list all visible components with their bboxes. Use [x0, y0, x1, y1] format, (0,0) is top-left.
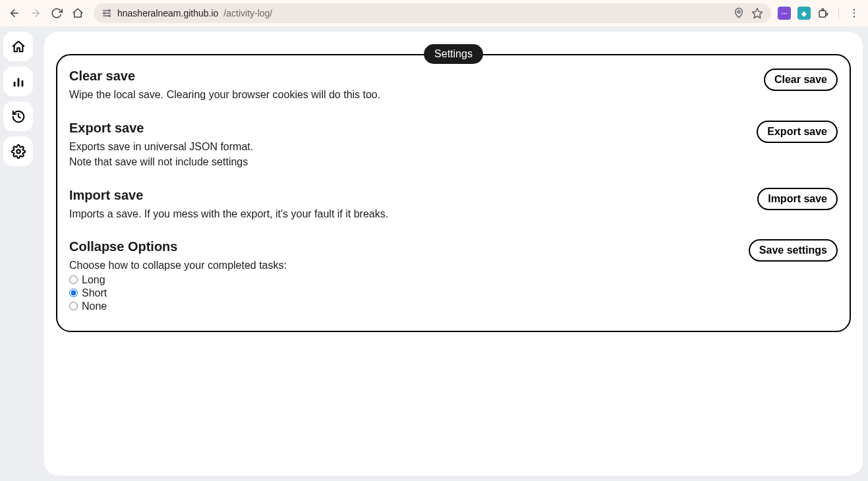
reload-icon: [51, 7, 63, 19]
clear-save-button[interactable]: Clear save: [764, 69, 838, 91]
arrow-left-icon: [9, 7, 20, 19]
collapse-radio-short[interactable]: [69, 289, 78, 297]
svg-point-5: [109, 10, 111, 12]
reload-button[interactable]: [47, 4, 66, 22]
url-path: /activity-log/: [223, 8, 272, 18]
import-save-title: Import save: [69, 188, 747, 203]
collapse-label-short: Short: [82, 287, 107, 299]
svg-rect-10: [819, 11, 826, 17]
home-icon: [72, 7, 84, 19]
collapse-option-long[interactable]: Long: [69, 274, 738, 286]
export-save-title: Export save: [69, 121, 746, 136]
svg-rect-16: [21, 80, 23, 86]
row-import-save: Import save Imports a save. If you mess …: [69, 188, 838, 223]
gear-icon: [11, 144, 26, 159]
collapse-radio-none[interactable]: [69, 302, 78, 310]
url-host: hnasheralneam.github.io: [117, 8, 218, 18]
clear-save-title: Clear save: [69, 69, 753, 84]
svg-marker-9: [753, 9, 763, 18]
arrow-right-icon: [30, 7, 42, 19]
save-settings-button[interactable]: Save settings: [749, 239, 838, 262]
export-save-button[interactable]: Export save: [757, 121, 838, 143]
browser-toolbar: hnasheralneam.github.io/activity-log/ ⋯ …: [0, 0, 868, 26]
side-rail: [3, 32, 33, 166]
svg-point-6: [103, 13, 105, 14]
svg-rect-14: [13, 82, 15, 86]
export-save-desc2: Note that save will not include settings: [69, 155, 746, 169]
main-panel: Settings Clear save Wipe the local save.…: [44, 32, 863, 476]
house-icon: [11, 40, 26, 54]
collapse-label-long: Long: [82, 274, 105, 286]
toolbar-divider: [838, 7, 839, 19]
collapse-option-short[interactable]: Short: [69, 287, 738, 299]
import-save-desc: Imports a save. If you mess with the exp…: [69, 207, 747, 221]
export-save-desc1: Exports save in universal JSON format.: [69, 140, 746, 154]
rail-stats[interactable]: [3, 67, 33, 96]
bookmark-star-icon[interactable]: [751, 7, 763, 19]
row-clear-save: Clear save Wipe the local save. Clearing…: [69, 69, 838, 103]
svg-point-7: [109, 15, 111, 17]
collapse-desc: Choose how to collapse your completed ta…: [69, 258, 738, 273]
rail-home[interactable]: [3, 32, 33, 61]
rail-history[interactable]: [3, 101, 33, 131]
collapse-radio-long[interactable]: [69, 275, 78, 284]
svg-point-8: [738, 11, 740, 13]
import-save-button[interactable]: Import save: [757, 188, 838, 210]
settings-legend: Settings: [424, 44, 483, 64]
address-bar[interactable]: hnasheralneam.github.io/activity-log/: [94, 3, 771, 23]
location-icon[interactable]: [733, 7, 745, 19]
address-bar-right: [733, 7, 763, 19]
home-button[interactable]: [69, 4, 87, 22]
kebab-menu-icon[interactable]: [848, 7, 860, 19]
svg-point-11: [854, 9, 855, 11]
svg-point-13: [854, 16, 855, 17]
rail-settings[interactable]: [3, 136, 33, 166]
row-collapse-options: Collapse Options Choose how to collapse …: [69, 239, 838, 312]
svg-rect-15: [17, 78, 19, 86]
extension-teal-icon[interactable]: ◆: [797, 7, 811, 20]
site-settings-icon: [101, 8, 112, 18]
history-icon: [11, 109, 26, 124]
row-export-save: Export save Exports save in universal JS…: [69, 121, 838, 171]
extensions-icon[interactable]: [817, 7, 829, 19]
settings-box: Settings Clear save Wipe the local save.…: [56, 54, 851, 332]
svg-point-17: [16, 150, 20, 154]
page-body: Settings Clear save Wipe the local save.…: [0, 26, 868, 481]
collapse-option-none[interactable]: None: [69, 300, 738, 312]
collapse-title: Collapse Options: [69, 239, 738, 254]
collapse-label-none: None: [82, 300, 107, 312]
back-button[interactable]: [5, 4, 24, 22]
clear-save-desc: Wipe the local save. Clearing your brows…: [69, 88, 753, 102]
extensions-area: ⋯ ◆: [778, 7, 863, 20]
extension-purple-icon[interactable]: ⋯: [778, 7, 791, 20]
forward-button[interactable]: [26, 4, 45, 22]
bar-chart-icon: [11, 74, 26, 89]
svg-point-12: [854, 13, 855, 14]
